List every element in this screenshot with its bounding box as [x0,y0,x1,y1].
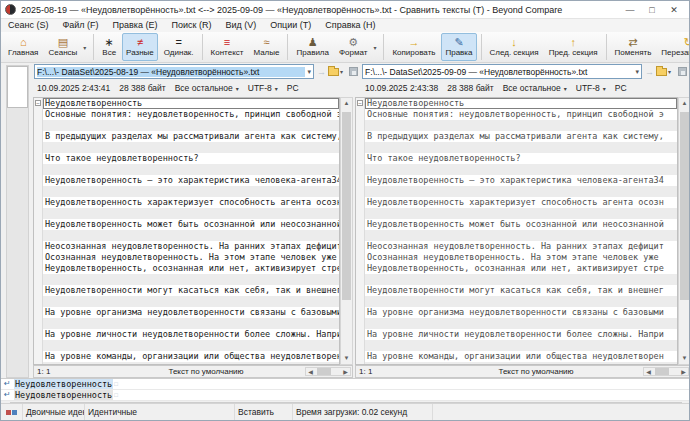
overview-thumbnail[interactable] [6,65,29,378]
text-line[interactable] [365,274,677,285]
text-line[interactable]: В предыдущих разделах мы рассматривали а… [43,131,339,142]
text-line[interactable]: Неудовлетворенность может быть осознанно… [43,219,339,230]
scroll-down-icon[interactable]: ▼ [341,353,352,364]
left-path-combobox[interactable]: F:\...\- DataSet\2025-08-19 — «Неудовлет… [34,64,314,79]
scroll-right-icon[interactable]: ▶ [341,368,350,375]
maximize-button[interactable]: □ [641,2,663,18]
right-browse-button[interactable]: ▾ [656,64,671,79]
left-vertical-scrollbar[interactable]: ▲ ▼ [340,97,353,365]
right-path-combobox[interactable]: F:\...\- DataSet\2025-09-09 — «Неудовлет… [362,64,642,79]
text-line[interactable]: Основные понятия: неудовлетворенность, п… [43,109,339,120]
chevron-down-icon[interactable]: ▾ [635,68,639,76]
left-horizontal-scrollbar[interactable]: ◀ ▶ [305,367,351,376]
minimize-button[interactable]: — [619,2,641,18]
text-line[interactable] [43,208,339,219]
left-format-dropdown[interactable]: Все остальное▾ [175,83,239,93]
menu-item[interactable]: Вид (V) [218,19,263,32]
swap-button[interactable]: ⇄Поменять [611,33,656,61]
text-line[interactable] [365,142,677,153]
text-line[interactable] [43,186,339,197]
text-line[interactable]: Неосознанная неудовлетворенность. На ран… [43,241,339,252]
chevron-down-icon[interactable]: ▾ [373,44,376,51]
scrollbar-thumb[interactable] [655,368,669,375]
text-line[interactable] [365,164,677,175]
scroll-left-icon[interactable]: ◀ [306,368,315,375]
text-line[interactable] [365,230,677,241]
text-line[interactable]: Неудовлетворенность может быть осознанно… [365,219,677,230]
chevron-down-icon[interactable]: ▾ [83,44,86,51]
menu-item[interactable]: Справка (H) [318,19,382,32]
text-line[interactable] [43,274,339,285]
left-encoding-dropdown[interactable]: UTF-8▾ [248,83,278,93]
text-line[interactable]: На уровне организма неудовлетворенности … [365,307,677,318]
text-line[interactable]: Неудовлетворенность — это характеристика… [365,175,677,186]
chevron-down-icon[interactable]: ▾ [307,68,311,76]
left-syntax-label[interactable]: Текст по умолчанию [107,367,305,376]
context-button[interactable]: ≡Контекст [207,33,248,61]
scroll-down-icon[interactable]: ▼ [679,353,690,364]
left-go-button[interactable]: → [317,64,326,79]
thumbnail-viewport[interactable] [7,66,28,108]
right-format-dropdown[interactable]: Все остальное▾ [503,83,567,93]
text-line[interactable] [43,120,339,131]
menu-item[interactable]: Сеанс (S) [1,19,55,32]
scrollbar-thumb[interactable] [680,112,689,300]
right-go-button[interactable]: → [645,64,654,79]
text-line[interactable] [365,120,677,131]
right-text-pane[interactable]: − НеудовлетворенностьОсновные понятия: н… [355,97,678,365]
text-line[interactable]: На уровне личности неудовлетворенности б… [43,329,339,340]
format-button[interactable]: ⚙Формат▾ [335,33,379,61]
text-line[interactable]: На уровне команды, организации или общес… [365,351,677,362]
text-line[interactable]: Осознанная неудовлетворенность. На этом … [43,252,339,263]
line-detail-row[interactable]: ↵Неудовлетворенность□ [1,390,690,401]
text-line[interactable] [365,296,677,307]
scroll-up-icon[interactable]: ▲ [679,98,690,109]
text-line[interactable]: Что такое неудовлетворенность? [365,153,677,164]
text-line[interactable] [43,230,339,241]
scroll-left-icon[interactable]: ◀ [644,368,653,375]
text-line[interactable]: Неудовлетворенность [43,98,339,109]
text-line[interactable]: Неудовлетворенность, осознанная или нет,… [43,263,339,274]
close-button[interactable]: ✕ [663,2,685,18]
copy-button[interactable]: →Копировать [388,33,439,61]
right-horizontal-scrollbar[interactable]: ◀ ▶ [643,367,689,376]
next-section-button[interactable]: ↓След. секция [486,33,543,61]
rules-button[interactable]: ♟Правила [292,33,332,61]
text-line[interactable] [365,318,677,329]
text-line[interactable]: Неосознанная неудовлетворенность. На ран… [365,241,677,252]
text-line[interactable]: Неудовлетворенность характеризует способ… [365,197,677,208]
text-line[interactable]: Неудовлетворенность характеризует способ… [43,197,339,208]
collapse-section-icon[interactable]: − [357,100,363,106]
edit-button[interactable]: ✎Правка [441,33,476,61]
left-browse-button[interactable]: ▾ [328,64,343,79]
home-button[interactable]: ⌂Главная [4,33,42,61]
right-save-button-left[interactable] [349,64,358,79]
menu-item[interactable]: Правка (E) [106,19,165,32]
scrollbar-thumb[interactable] [317,368,331,375]
text-line[interactable] [43,296,339,307]
text-line[interactable]: На уровне личности неудовлетворенности б… [365,329,677,340]
text-line[interactable]: Неудовлетворенности могут касаться как с… [43,285,339,296]
text-line[interactable] [365,340,677,351]
text-line[interactable] [43,142,339,153]
right-save-button[interactable] [678,64,687,79]
show-differences-button[interactable]: ≠Разные [122,33,158,61]
left-text-pane[interactable]: − НеудовлетворенностьОсновные понятия: н… [33,97,340,365]
menu-item[interactable]: Поиск (R) [165,19,219,32]
scroll-right-icon[interactable]: ▶ [679,368,688,375]
text-line[interactable]: Неудовлетворенность [365,98,677,109]
text-line[interactable] [43,340,339,351]
right-encoding-dropdown[interactable]: UTF-8▾ [576,83,606,93]
text-line[interactable]: В предыдущих разделах мы рассматривали а… [365,131,677,142]
scroll-up-icon[interactable]: ▲ [341,98,352,109]
show-same-button[interactable]: =Одинак. [160,33,198,61]
text-line[interactable]: На уровне организма неудовлетворенности … [43,307,339,318]
right-syntax-label[interactable]: Текст по умолчанию [429,367,643,376]
text-line[interactable]: Неудовлетворенность, осознанная или нет,… [365,263,677,274]
right-vertical-scrollbar[interactable]: ▲ ▼ [678,97,690,365]
menu-item[interactable]: Файл (F) [55,19,105,32]
text-line[interactable]: Что такое неудовлетворенность? [43,153,339,164]
scrollbar-thumb[interactable] [342,112,351,300]
line-detail-row[interactable]: ↵Неудовлетворенность□ [1,379,690,390]
text-line[interactable] [365,186,677,197]
